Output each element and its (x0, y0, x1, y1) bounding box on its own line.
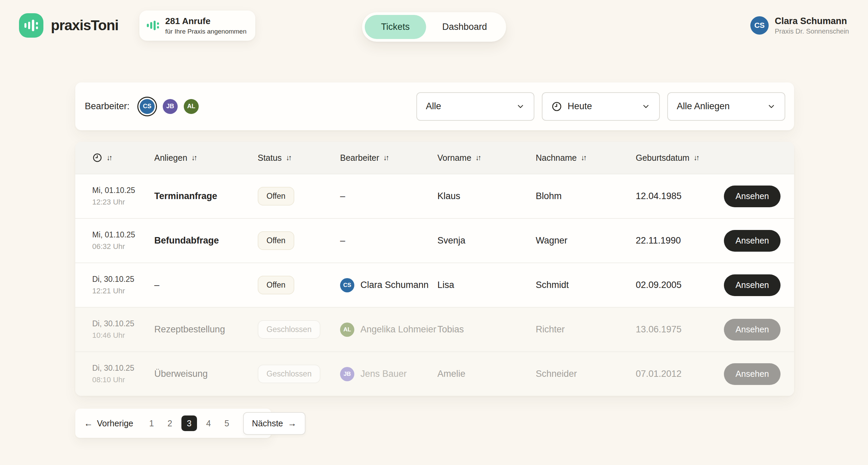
page-button-1[interactable]: 1 (145, 415, 158, 431)
brand: praxisToni (19, 13, 118, 38)
status-filter-dropdown[interactable]: Alle (416, 92, 534, 121)
previous-page-button[interactable]: ← Vorherige (84, 418, 133, 429)
filter-dropdowns: Alle Heute Alle Anliegen (416, 92, 785, 121)
bearbeiter-name: Clara Schumann (360, 280, 429, 290)
page-button-5[interactable]: 5 (220, 415, 234, 431)
topic-filter-value: Alle Anliegen (677, 101, 730, 112)
column-header-time[interactable]: ↓↑ (92, 153, 154, 163)
ticket-vorname: Klaus (437, 191, 536, 201)
bearbeiter-avatar: JB (340, 367, 354, 381)
ticket-time: 12:21 Uhr (92, 287, 154, 295)
ticket-nachname: Richter (536, 324, 636, 335)
ticket-vorname: Svenja (437, 235, 536, 246)
sort-icon[interactable]: ↓↑ (693, 153, 699, 162)
ticket-geburtsdatum: 13.06.1975 (636, 324, 723, 335)
ansehen-button[interactable]: Ansehen (724, 230, 781, 252)
tickets-table: ↓↑ Anliegen ↓↑ Status ↓↑ Bearbeiter ↓↑ V… (75, 142, 794, 396)
chevron-down-icon (767, 102, 776, 111)
page-button-3-active[interactable]: 3 (181, 415, 197, 431)
column-label: Anliegen (154, 153, 187, 163)
ticket-time: 06:32 Uhr (92, 242, 154, 251)
column-header-geburtsdatum[interactable]: Geburtsdatum ↓↑ (636, 153, 723, 163)
page-button-2[interactable]: 2 (163, 415, 177, 431)
ticket-bearbeiter: AL Angelika Lohmeier (340, 323, 437, 337)
user-menu[interactable]: CS Clara Schumann Praxis Dr. Sonnenschei… (750, 16, 849, 35)
ticket-bearbeiter: – (340, 235, 437, 246)
ticket-date: Di, 30.10.25 (92, 275, 154, 284)
sort-icon[interactable]: ↓↑ (286, 153, 292, 162)
column-header-status[interactable]: Status ↓↑ (258, 153, 340, 163)
table-row: Di, 30.10.25 12:21 Uhr – Offen CS Clara … (75, 263, 794, 307)
ticket-geburtsdatum: 12.04.1985 (636, 191, 723, 201)
status-badge: Geschlossen (258, 320, 320, 339)
ansehen-button[interactable]: Ansehen (724, 319, 781, 341)
user-practice: Praxis Dr. Sonnenschein (775, 27, 849, 35)
topic-filter-dropdown[interactable]: Alle Anliegen (667, 92, 785, 121)
table-row: Mi, 01.10.25 12:23 Uhr Terminanfrage Off… (75, 174, 794, 218)
status-badge: Offen (258, 187, 294, 206)
table-row: Mi, 01.10.25 06:32 Uhr Befundabfrage Off… (75, 218, 794, 263)
sort-icon[interactable]: ↓↑ (191, 153, 197, 162)
page-button-4[interactable]: 4 (202, 415, 215, 431)
ticket-date: Di, 30.10.25 (92, 364, 154, 373)
ansehen-button[interactable]: Ansehen (724, 186, 781, 207)
arrow-left-icon: ← (84, 418, 93, 429)
sort-icon[interactable]: ↓↑ (581, 153, 587, 162)
clock-icon (551, 101, 562, 112)
agent-filter-group: CS JB AL (138, 99, 199, 114)
column-label: Geburtsdatum (636, 153, 689, 163)
next-page-button[interactable]: Nächste → (243, 412, 305, 435)
arrow-right-icon: → (288, 418, 297, 429)
ticket-geburtsdatum: 02.09.2005 (636, 280, 723, 290)
chevron-down-icon (516, 102, 525, 111)
calls-count: 281 Anrufe (165, 16, 246, 26)
topbar: praxisToni 281 Anrufe für Ihre Praxis an… (0, 0, 868, 51)
ticket-geburtsdatum: 22.11.1990 (636, 235, 723, 246)
ticket-anliegen: – (154, 280, 258, 290)
app-root: praxisToni 281 Anrufe für Ihre Praxis an… (0, 0, 868, 465)
column-header-vorname[interactable]: Vorname ↓↑ (437, 153, 536, 163)
column-header-anliegen[interactable]: Anliegen ↓↑ (154, 153, 258, 163)
user-avatar[interactable]: CS (750, 16, 769, 35)
page-number-group: 1 2 3 4 5 (145, 415, 234, 431)
ticket-bearbeiter: JB Jens Bauer (340, 367, 437, 381)
ticket-nachname: Schneider (536, 369, 636, 379)
agent-filter-al[interactable]: AL (184, 99, 199, 114)
agent-filter-jb[interactable]: JB (163, 99, 178, 114)
next-label: Nächste (252, 419, 283, 428)
status-badge: Offen (258, 276, 294, 294)
ticket-vorname: Amelie (437, 369, 536, 379)
tab-tickets[interactable]: Tickets (365, 15, 426, 39)
praxistoni-logo-icon (19, 13, 43, 38)
sort-icon[interactable]: ↓↑ (106, 153, 113, 162)
ticket-anliegen: Terminanfrage (154, 191, 258, 201)
column-header-bearbeiter[interactable]: Bearbeiter ↓↑ (340, 153, 437, 163)
ansehen-button[interactable]: Ansehen (724, 363, 781, 385)
column-label: Vorname (437, 153, 471, 163)
ticket-vorname: Lisa (437, 280, 536, 290)
date-filter-dropdown[interactable]: Heute (542, 92, 660, 121)
chevron-down-icon (642, 102, 650, 111)
agent-filter-cs[interactable]: CS (140, 99, 155, 114)
ticket-vorname: Tobias (437, 324, 536, 335)
sort-icon[interactable]: ↓↑ (475, 153, 481, 162)
ticket-time: 10:46 Uhr (92, 331, 154, 340)
date-filter-value: Heute (568, 101, 592, 112)
ticket-bearbeiter: – (340, 191, 437, 201)
column-header-nachname[interactable]: Nachname ↓↑ (536, 153, 636, 163)
sort-icon[interactable]: ↓↑ (383, 153, 389, 162)
ticket-nachname: Blohm (536, 191, 636, 201)
filter-bar: Bearbeiter: CS JB AL Alle Heute (75, 82, 794, 130)
column-label: Bearbeiter (340, 153, 379, 163)
ticket-bearbeiter: CS Clara Schumann (340, 278, 437, 292)
pagination: ← Vorherige 1 2 3 4 5 Nächste → (75, 409, 271, 438)
calls-subtitle: für Ihre Praxis angenommen (165, 28, 246, 35)
ansehen-button[interactable]: Ansehen (724, 274, 781, 296)
ticket-date: Di, 30.10.25 (92, 319, 154, 328)
brand-name: praxisToni (51, 17, 118, 34)
bearbeiter-avatar: CS (340, 278, 354, 292)
tab-dashboard[interactable]: Dashboard (426, 15, 503, 39)
column-label: Nachname (536, 153, 577, 163)
ticket-geburtsdatum: 07.01.2012 (636, 369, 723, 379)
ticket-time: 08:10 Uhr (92, 375, 154, 384)
